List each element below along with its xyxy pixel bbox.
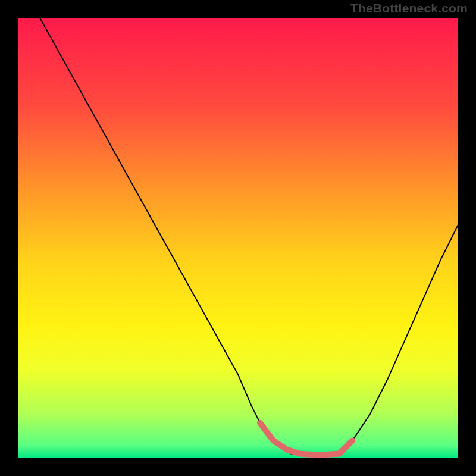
plot-background: [18, 18, 458, 458]
chart-container: [0, 0, 476, 476]
watermark-text: TheBottleneck.com: [350, 1, 468, 15]
chart-svg: [0, 0, 476, 476]
